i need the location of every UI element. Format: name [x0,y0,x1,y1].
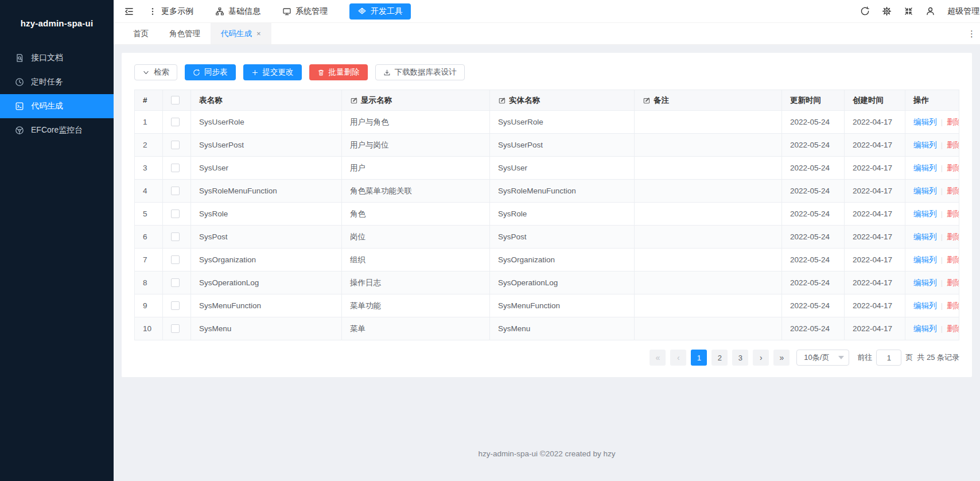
close-icon[interactable]: × [256,30,261,37]
cell-remark [635,180,782,203]
cell-table-name: SysOperationLog [191,271,342,294]
row-checkbox-cell [163,180,191,203]
action-separator: | [941,255,943,264]
page-size-select[interactable]: 10条/页 [796,350,849,366]
sidebar-item-api-docs[interactable]: 接口文档 [0,46,114,70]
edit-columns-link[interactable]: 编辑列 [913,141,937,149]
tab-home[interactable]: 首页 [123,23,159,44]
cell-remark [635,294,782,317]
tab-overflow-icon[interactable]: ⋮ [963,29,980,39]
nav-item-dev-tools[interactable]: 开发工具 [349,3,411,20]
row-checkbox[interactable] [171,301,180,310]
delete-link[interactable]: 删除 [947,141,959,149]
cell-entity-name: SysUser [490,157,635,180]
cell-updated-at: 2022-05-24 [782,111,845,134]
last-page-button[interactable]: » [773,350,790,366]
delete-link[interactable]: 删除 [947,210,959,218]
cell-remark [635,249,782,271]
cell-created-at: 2022-04-17 [845,294,905,317]
delete-link[interactable]: 删除 [947,301,959,310]
goto-page-input[interactable] [876,350,901,366]
sidebar-item-code-generation[interactable]: 代码生成 [0,94,114,118]
delete-link[interactable]: 删除 [947,278,959,287]
more-dots-icon [148,7,157,16]
row-checkbox[interactable] [171,255,180,264]
cell-actions: 编辑列|删除 [905,271,959,294]
sidebar-item-label: 接口文档 [31,53,63,63]
row-checkbox[interactable] [171,232,180,241]
cell-actions: 编辑列|删除 [905,180,959,203]
prev-page-button[interactable]: ‹ [670,350,686,366]
edit-columns-link[interactable]: 编辑列 [913,210,937,218]
delete-link[interactable]: 删除 [947,232,959,241]
row-index: 10 [135,317,163,340]
nav-item-label: 系统管理 [295,6,328,17]
batch-delete-button[interactable]: 批量删除 [309,64,368,80]
cell-table-name: SysPost [191,226,342,249]
edit-columns-link[interactable]: 编辑列 [913,118,937,126]
nav-item-more-examples[interactable]: 更多示例 [148,6,193,17]
edit-icon [643,96,651,104]
row-checkbox[interactable] [171,278,180,287]
cell-entity-name: SysPost [490,226,635,249]
row-checkbox[interactable] [171,164,180,172]
edit-icon [350,96,358,104]
submit-changes-button[interactable]: 提交更改 [243,64,302,80]
page-button-3[interactable]: 3 [732,350,748,366]
next-page-button[interactable]: › [753,350,769,366]
sidebar-item-efcore-monitor[interactable]: EFCore监控台 [0,118,114,142]
tab-code-generation[interactable]: 代码生成× [211,23,271,44]
edit-columns-link[interactable]: 编辑列 [913,278,937,287]
page-button-1[interactable]: 1 [691,350,707,366]
edit-columns-link[interactable]: 编辑列 [913,187,937,195]
delete-link[interactable]: 删除 [947,324,959,333]
cell-display-name: 用户与岗位 [342,134,490,157]
edit-columns-link[interactable]: 编辑列 [913,301,937,310]
download-icon [383,69,391,76]
page-button-2[interactable]: 2 [711,350,728,366]
download-db-design-button[interactable]: 下载数据库表设计 [375,64,465,80]
menu-fold-icon[interactable] [124,6,134,17]
cell-updated-at: 2022-05-24 [782,134,845,157]
cell-remark [635,317,782,340]
current-user-label[interactable]: 超级管理员 [947,6,980,17]
cell-display-name: 菜单 [342,317,490,340]
chevron-down-icon [142,69,150,76]
desktop-icon [282,7,291,16]
delete-link[interactable]: 删除 [947,255,959,264]
cell-entity-name: SysOrganization [490,249,635,271]
delete-link[interactable]: 删除 [947,187,959,195]
row-checkbox[interactable] [171,210,180,218]
first-page-button[interactable]: « [650,350,666,366]
nav-item-base-info[interactable]: 基础信息 [215,6,260,17]
row-checkbox[interactable] [171,141,180,149]
tab-label: 首页 [133,29,149,39]
tab-role-management[interactable]: 角色管理 [159,23,211,44]
gold-icon [357,7,367,16]
delete-link[interactable]: 删除 [947,164,959,172]
delete-link[interactable]: 删除 [947,118,959,126]
sync-table-button[interactable]: 同步表 [185,64,236,80]
app-root: hzy-admin-spa-ui 接口文档定时任务代码生成EFCore监控台 更… [0,0,980,481]
search-button[interactable]: 检索 [134,64,177,80]
button-label: 下载数据库表设计 [395,67,457,77]
action-separator: | [941,118,943,126]
row-checkbox[interactable] [171,187,180,195]
content-card: 检索同步表提交更改批量删除下载数据库表设计 #表名称显示名称实体名称备注更新时间… [122,53,972,377]
cell-table-name: SysRoleMenuFunction [191,180,342,203]
edit-columns-link[interactable]: 编辑列 [913,324,937,333]
nav-item-system-management[interactable]: 系统管理 [282,6,328,17]
cell-created-at: 2022-04-17 [845,111,905,134]
row-checkbox[interactable] [171,324,180,333]
edit-columns-link[interactable]: 编辑列 [913,232,937,241]
gear-icon [882,6,892,16]
cell-actions: 编辑列|删除 [905,134,959,157]
edit-columns-link[interactable]: 编辑列 [913,255,937,264]
select-all-checkbox[interactable] [171,96,180,104]
row-checkbox[interactable] [171,118,180,126]
column-header-inner: 表名称 [199,95,333,106]
edit-columns-link[interactable]: 编辑列 [913,164,937,172]
row-checkbox-cell [163,157,191,180]
data-table: #表名称显示名称实体名称备注更新时间创建时间操作 1SysUserRole用户与… [134,90,959,340]
sidebar-item-scheduled-tasks[interactable]: 定时任务 [0,70,114,94]
